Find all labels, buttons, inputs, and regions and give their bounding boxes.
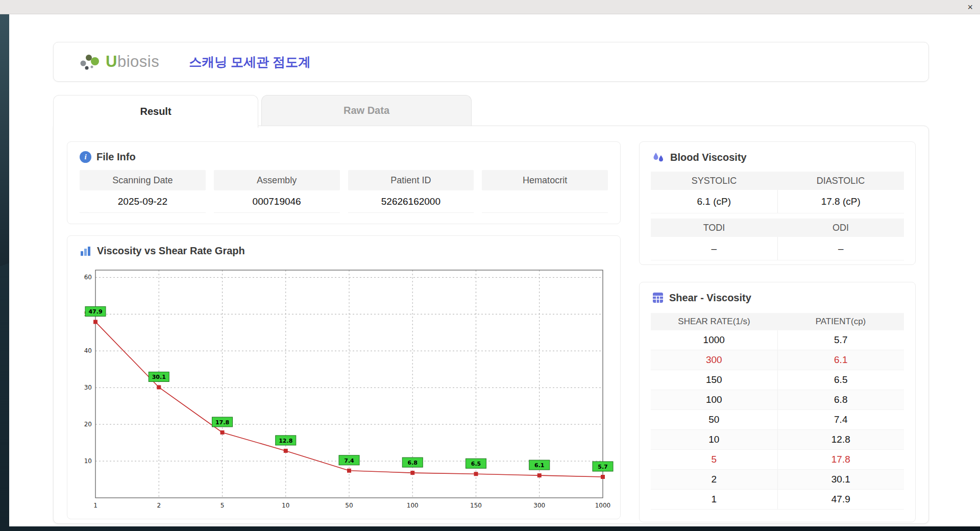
shear-rate-cell: 50 [651, 410, 778, 429]
table-row: 147.9 [651, 490, 904, 510]
field-patient-id: Patient ID 52626162000 [348, 170, 474, 213]
field-scanning-date: Scanning Date 2025-09-22 [80, 170, 206, 213]
field-label: Assembly [214, 170, 340, 190]
svg-text:6.1: 6.1 [534, 462, 545, 469]
patient-cell: 30.1 [778, 470, 904, 489]
table-row: 230.1 [651, 470, 904, 490]
odi-value: – [778, 237, 904, 260]
svg-text:2: 2 [157, 502, 161, 509]
patient-column-header: PATIENT(cp) [777, 313, 904, 330]
file-info-panel: i File Info Scanning Date 2025-09-22 Ass… [67, 141, 621, 224]
graph-title: Viscosity vs Shear Rate Graph [97, 245, 245, 257]
svg-text:60: 60 [84, 274, 92, 281]
field-value: 52626162000 [348, 190, 474, 213]
tab-raw-data[interactable]: Raw Data [261, 95, 472, 126]
svg-text:10: 10 [282, 502, 289, 509]
shear-rate-cell: 1 [651, 490, 778, 509]
systolic-value: 6.1 (cP) [651, 190, 778, 213]
app-header: Ubiosis 스캐닝 모세관 점도계 [53, 42, 929, 82]
patient-cell: 6.1 [778, 350, 904, 370]
patient-cell: 17.8 [778, 450, 904, 469]
field-label: Patient ID [348, 170, 474, 190]
ubiosis-logo: Ubiosis [78, 51, 159, 73]
shear-rate-cell: 5 [651, 450, 778, 469]
svg-text:6.5: 6.5 [471, 461, 481, 467]
systolic-header: SYSTOLIC [651, 172, 777, 190]
odi-header: ODI [777, 219, 904, 237]
todi-value: – [651, 237, 778, 260]
shear-rate-cell: 100 [651, 390, 778, 409]
viscosity-graph-panel: Viscosity vs Shear Rate Graph 1020304050… [67, 235, 621, 519]
field-value: 2025-09-22 [80, 190, 206, 213]
svg-text:20: 20 [84, 421, 92, 428]
leaf-dots-icon [78, 51, 102, 73]
shear-viscosity-title: Shear - Viscosity [669, 292, 751, 304]
svg-text:47.9: 47.9 [88, 308, 102, 315]
titlebar: × [0, 0, 980, 14]
svg-text:30: 30 [84, 384, 92, 391]
logo-text-rest: biosis [117, 53, 159, 70]
table-row: 507.4 [651, 410, 904, 430]
table-row: 10005.7 [651, 330, 904, 350]
patient-cell: 6.8 [778, 390, 904, 409]
table-grid-icon [652, 292, 664, 304]
field-label: Hematocrit [482, 170, 608, 190]
patient-cell: 12.8 [778, 430, 904, 449]
patient-cell: 5.7 [778, 330, 904, 350]
svg-text:1: 1 [93, 502, 97, 509]
svg-text:100: 100 [407, 502, 419, 509]
field-value: 000719046 [214, 190, 340, 213]
svg-text:17.8: 17.8 [215, 419, 229, 426]
shear-rate-cell: 300 [651, 350, 778, 370]
svg-text:10: 10 [84, 457, 92, 465]
close-icon[interactable]: × [967, 1, 973, 13]
shear-rate-cell: 150 [651, 370, 778, 390]
tab-result[interactable]: Result [53, 95, 258, 128]
table-row: 1506.5 [651, 370, 904, 390]
svg-text:30.1: 30.1 [152, 374, 166, 380]
svg-text:6.8: 6.8 [408, 460, 418, 466]
shear-rate-cell: 10 [651, 430, 778, 449]
patient-cell: 47.9 [778, 490, 904, 509]
bar-chart-icon [80, 246, 92, 257]
svg-text:40: 40 [84, 347, 92, 354]
svg-text:5: 5 [220, 502, 225, 509]
logo-text: Ubiosis [106, 53, 159, 71]
svg-text:12.8: 12.8 [279, 438, 292, 444]
field-label: Scanning Date [80, 170, 206, 190]
blood-viscosity-panel: Blood Viscosity SYSTOLIC DIASTOLIC 6.1 (… [639, 141, 916, 265]
blood-viscosity-title: Blood Viscosity [670, 152, 747, 163]
field-hematocrit: Hematocrit [482, 170, 608, 213]
app-window: Ubiosis 스캐닝 모세관 점도계 Result Raw Data i Fi… [9, 14, 980, 526]
svg-text:7.4: 7.4 [344, 457, 354, 464]
shear-rate-column-header: SHEAR RATE(1/s) [651, 313, 777, 330]
droplets-icon [652, 151, 665, 163]
shear-viscosity-panel: Shear - Viscosity SHEAR RATE(1/s) PATIEN… [639, 282, 916, 522]
todi-header: TODI [651, 219, 777, 237]
shear-rate-cell: 2 [651, 470, 778, 489]
svg-text:50: 50 [345, 502, 353, 509]
svg-text:150: 150 [470, 502, 482, 509]
viscosity-chart: 1020304050601251050100150300100047.930.1… [77, 263, 617, 516]
page-title: 스캐닝 모세관 점도계 [189, 54, 311, 70]
svg-text:300: 300 [533, 502, 545, 509]
shear-table-body: 10005.73006.11506.51006.8507.41012.8517.… [651, 330, 904, 510]
shear-rate-cell: 1000 [651, 330, 778, 350]
patient-cell: 7.4 [778, 410, 904, 429]
field-assembly: Assembly 000719046 [214, 170, 340, 213]
svg-text:5.7: 5.7 [598, 464, 608, 470]
table-row: 517.8 [651, 450, 904, 470]
table-row: 1006.8 [651, 390, 904, 410]
file-info-title: File Info [96, 151, 136, 163]
svg-text:1000: 1000 [595, 502, 611, 509]
diastolic-value: 17.8 (cP) [778, 190, 904, 213]
chart-area: 1020304050601251050100150300100047.930.1… [77, 263, 620, 518]
info-icon: i [80, 151, 91, 163]
table-row: 1012.8 [651, 430, 904, 450]
diastolic-header: DIASTOLIC [777, 172, 904, 190]
field-value [482, 190, 608, 213]
patient-cell: 6.5 [778, 370, 904, 390]
table-row: 3006.1 [651, 350, 904, 370]
result-content: i File Info Scanning Date 2025-09-22 Ass… [53, 126, 929, 524]
